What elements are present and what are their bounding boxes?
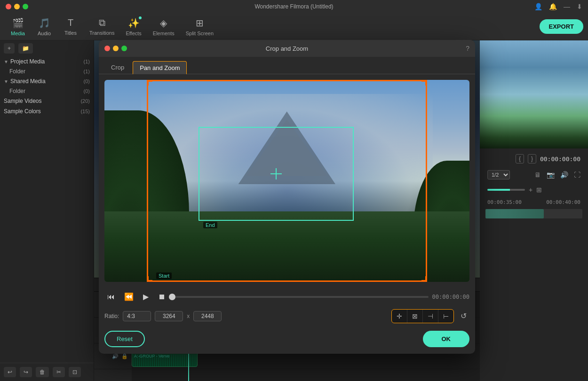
modal-help-btn[interactable]: ? <box>466 45 469 52</box>
quality-select[interactable]: 1/2 Full 1/4 <box>487 170 510 179</box>
center-h-btn[interactable]: ⊠ <box>407 310 423 323</box>
toolbar-audio[interactable]: 🎵 Audio <box>31 16 57 38</box>
skip-back-btn[interactable]: ⏮ <box>104 292 118 302</box>
center-both-btn[interactable]: ✛ <box>392 310 407 323</box>
monitor-icon[interactable]: 🖥 <box>534 171 541 179</box>
quality-dropdown[interactable]: 1/2 Full 1/4 <box>487 170 510 179</box>
align-buttons: ✛ ⊠ ⊣ ⊢ <box>391 309 454 323</box>
sidebar-item-folder-2[interactable]: Folder (0) <box>0 86 94 96</box>
shared-media-count: (0) <box>84 78 90 84</box>
audio-label: Audio <box>38 31 51 36</box>
titlebar-icons: 👤 🔔 — ⬇ <box>534 3 582 10</box>
toolbar-splitscreen[interactable]: ⊞ Split Screen <box>180 16 219 38</box>
crop-handle-tr[interactable] <box>421 80 427 86</box>
grid-icon[interactable]: ⊞ <box>536 186 542 194</box>
volume-plus-icon[interactable]: + <box>529 186 532 194</box>
transitions-label: Transitions <box>89 30 114 36</box>
sidebar-item-project-media[interactable]: ▼ Project Media (1) <box>0 56 94 67</box>
time-row: 00:00:35:00 00:00:40:00 <box>484 198 584 206</box>
toolbar-titles[interactable]: T Titles <box>57 16 84 38</box>
audio-icon: 🎵 <box>39 17 50 29</box>
sidebar-add-btn[interactable]: + <box>4 43 15 54</box>
toolbar-elements[interactable]: ◈ Elements <box>147 16 180 38</box>
modal-window-controls[interactable] <box>104 46 127 51</box>
sidebar-undo-btn[interactable]: ↩ <box>4 367 16 377</box>
toolbar-transitions[interactable]: ⧉ Transitions <box>84 16 120 38</box>
end-label: End <box>203 222 217 228</box>
modal-minimize-btn[interactable] <box>113 46 119 51</box>
volume-icon[interactable]: 🔊 <box>560 171 568 179</box>
time-left: 00:00:35:00 <box>487 199 522 205</box>
align-left-btn[interactable]: ⊢ <box>438 310 453 323</box>
crop-handle-bl[interactable] <box>147 276 152 282</box>
splitscreen-label: Split Screen <box>186 31 214 36</box>
modal-tools: Ratio: 4:3 16:9 1:1 Custom x ✛ ⊠ ⊣ ⊢ ↺ <box>99 306 475 326</box>
crop-zoom-modal[interactable]: Crop and Zoom ? Crop Pan and Zoom <box>99 40 475 354</box>
notification-icon[interactable]: 🔔 <box>549 3 557 10</box>
right-panel: { } 00:00:00:00 1/2 Full 1/4 🖥 📷 🔊 ⛶ <box>480 40 588 381</box>
sidebar-cut-btn[interactable]: ✂ <box>53 367 65 377</box>
audio-speaker-icon[interactable]: 🔊 <box>112 353 119 359</box>
step-back-btn[interactable]: ⏪ <box>121 291 136 302</box>
elements-label: Elements <box>153 31 175 36</box>
audio-lock-icon[interactable]: 🔒 <box>121 353 128 359</box>
crosshair <box>270 168 282 179</box>
progress-bar[interactable] <box>172 296 429 298</box>
stop-btn[interactable]: ⏹ <box>155 292 168 302</box>
sidebar-item-sample-videos[interactable]: Sample Videos (20) <box>0 96 94 106</box>
mark-out-btn[interactable]: } <box>528 154 536 163</box>
modal-close-btn[interactable] <box>104 46 110 51</box>
toolbar-media[interactable]: 🎬 Media <box>5 16 31 38</box>
pan-zoom-box[interactable]: End <box>199 127 354 221</box>
ratio-select-wrap: 4:3 16:9 1:1 Custom <box>123 311 151 321</box>
folder-1-label: Folder <box>9 68 25 75</box>
folder-1-count: (1) <box>84 69 90 74</box>
export-button[interactable]: EXPORT <box>540 19 583 34</box>
ratio-select[interactable]: 4:3 16:9 1:1 Custom <box>123 311 151 321</box>
timecode-display: 00:00:00:00 <box>540 156 580 163</box>
align-right-btn[interactable]: ⊣ <box>423 310 438 323</box>
progress-thumb[interactable] <box>169 294 175 300</box>
sidebar-item-shared-media[interactable]: ▼ Shared Media (0) <box>0 76 94 86</box>
mark-in-btn[interactable]: { <box>516 154 524 163</box>
width-input[interactable] <box>155 311 183 321</box>
ok-button[interactable]: OK <box>423 331 470 347</box>
sidebar-redo-btn[interactable]: ↪ <box>20 367 32 377</box>
window-minimize-icon[interactable]: — <box>564 3 570 10</box>
maximize-button[interactable] <box>23 4 28 9</box>
effects-icon: ✨ <box>128 17 140 29</box>
close-button[interactable] <box>6 4 11 9</box>
tab-crop[interactable]: Crop <box>104 61 131 74</box>
main-toolbar: 🎬 Media 🎵 Audio T Titles ⧉ Transitions ✨… <box>0 13 588 40</box>
sidebar-delete-btn[interactable]: 🗑 <box>36 367 49 377</box>
pan-zoom-tab-label: Pan and Zoom <box>140 64 180 71</box>
mini-timeline[interactable] <box>485 209 582 218</box>
play-btn[interactable]: ▶ <box>140 291 151 302</box>
folder-2-count: (0) <box>84 88 90 94</box>
sidebar-crop-btn[interactable]: ⊡ <box>69 367 81 377</box>
crop-handle-tl[interactable] <box>147 80 152 86</box>
project-media-label: Project Media <box>10 58 45 65</box>
camera-icon[interactable]: 📷 <box>547 171 555 179</box>
minimize-button[interactable] <box>14 4 20 9</box>
tab-pan-zoom[interactable]: Pan and Zoom <box>133 61 187 74</box>
download-icon[interactable]: ⬇ <box>577 3 582 10</box>
modal-maximize-btn[interactable] <box>121 46 127 51</box>
modal-playbar: ⏮ ⏪ ▶ ⏹ 00:00:00:00 <box>99 288 475 306</box>
crop-handle-br[interactable] <box>421 276 427 282</box>
time-right: 00:00:40:00 <box>546 199 580 205</box>
sidebar-folder-btn[interactable]: 📁 <box>18 43 33 54</box>
splitscreen-icon: ⊞ <box>196 17 204 29</box>
rotate-reset-btn[interactable]: ↺ <box>458 309 469 323</box>
account-icon[interactable]: 👤 <box>534 3 542 10</box>
reset-button[interactable]: Reset <box>104 331 145 347</box>
height-input[interactable] <box>193 311 222 321</box>
window-controls[interactable] <box>6 4 28 9</box>
volume-slider[interactable] <box>487 189 525 191</box>
toolbar-effects[interactable]: ✨ Effects <box>120 16 147 38</box>
fullscreen-icon[interactable]: ⛶ <box>574 171 580 179</box>
sidebar-item-folder-1[interactable]: Folder (1) <box>0 67 94 76</box>
sidebar-item-sample-colors[interactable]: Sample Colors (15) <box>0 106 94 117</box>
titles-icon: T <box>68 17 73 28</box>
sample-colors-count: (15) <box>80 109 90 114</box>
